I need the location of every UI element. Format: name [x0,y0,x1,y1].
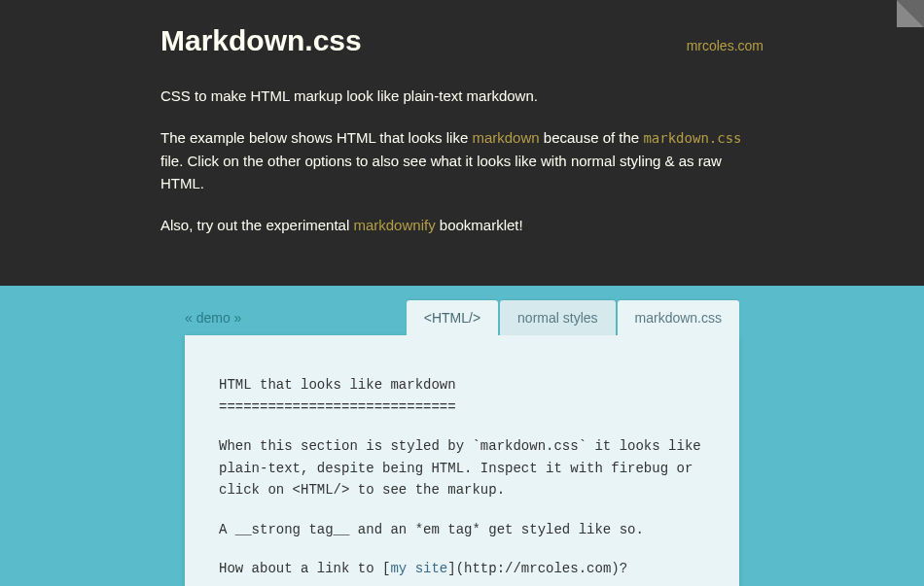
text: The example below shows HTML that looks … [160,129,472,146]
page-title: Markdown.css [160,24,362,57]
demo-label: « demo » [185,310,241,326]
text: ](http://mrcoles.com)? [447,561,627,576]
text: bookmarklet! [436,217,523,233]
text: because of the [540,129,644,146]
page-header: Markdown.css mrcoles.com CSS to make HTM… [0,0,924,286]
intro-text: CSS to make HTML markup look like plain-… [160,85,764,237]
demo-panel: HTML that looks like markdown ==========… [185,335,739,586]
my-site-link[interactable]: my site [390,561,447,576]
intro-paragraph-3: Also, try out the experimental markdowni… [160,214,764,236]
tabs: <HTML/> normal styles markdown.css [407,300,739,335]
site-link[interactable]: mrcoles.com [687,38,764,53]
filename-code: markdown.css [643,130,741,146]
text: Also, try out the experimental [160,217,353,233]
intro-paragraph-1: CSS to make HTML markup look like plain-… [160,85,764,107]
intro-paragraph-2: The example below shows HTML that looks … [160,126,764,194]
markdownify-link[interactable]: markdownify [353,217,435,233]
text: How about a link to [ [219,561,390,576]
tabs-row: « demo » <HTML/> normal styles markdown.… [160,286,764,335]
markdown-link[interactable]: markdown [472,129,539,146]
corner-fold-icon[interactable] [897,0,924,27]
tab-html[interactable]: <HTML/> [407,300,498,335]
markdown-paragraph-1: When this section is styled by `markdown… [219,435,705,500]
markdown-h1: HTML that looks like markdown [219,374,705,396]
tab-normal-styles[interactable]: normal styles [500,300,615,335]
markdown-paragraph-2: A __strong tag__ and an *em tag* get sty… [219,519,705,540]
markdown-paragraph-3: How about a link to [my site](http://mrc… [219,558,705,579]
markdown-h1-underline: ============================= [219,396,705,418]
text: file. Click on the other options to also… [160,153,722,191]
tab-markdown-css[interactable]: markdown.css [618,300,739,335]
